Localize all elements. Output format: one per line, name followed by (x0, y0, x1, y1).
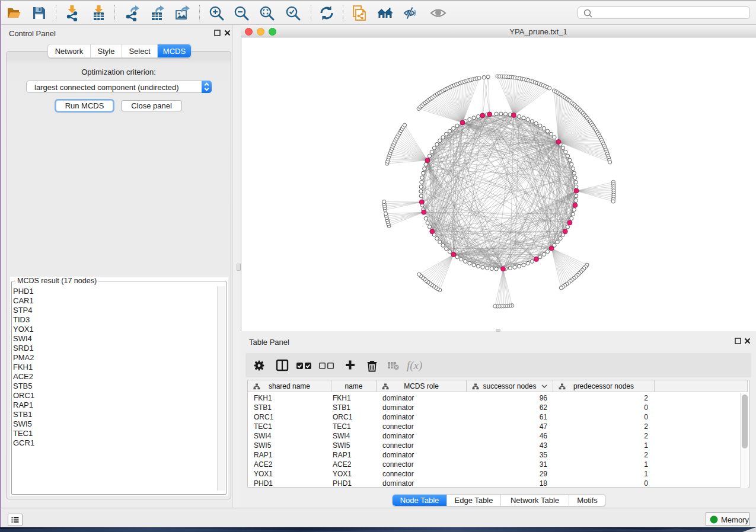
svg-text:f(x): f(x) (407, 359, 422, 372)
